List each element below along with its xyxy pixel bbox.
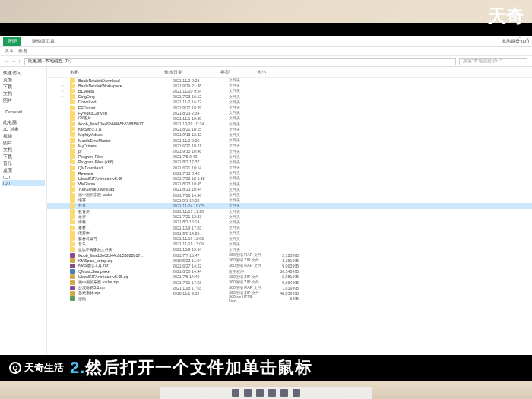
minimize-button[interactable]: — xyxy=(508,36,514,42)
toolbar-share[interactable]: 共享 xyxy=(5,49,14,54)
file-row[interactable]: ✓BLMedia2021/11/10 9:54文件夹 xyxy=(47,88,532,93)
file-row[interactable]: 搜狗360 se HTML Doc...6 KB xyxy=(47,296,532,302)
file-row[interactable]: pr2021/9/15 10:46文件夹 xyxy=(47,148,532,154)
file-row[interactable]: 画中画的东西 folder.zip2021/7/21 17:03360压缩 ZI… xyxy=(47,280,532,285)
file-row[interactable]: Gif图片2021/11/1 10:30文件夹 xyxy=(47,116,532,121)
file-row[interactable]: KMS激活工具.rar2021/6/27 14:22360压缩 RAR 文件9,… xyxy=(47,263,532,268)
file-name: pr xyxy=(78,149,169,154)
ribbon-tab-tools[interactable]: 驱动器工具 xyxy=(27,37,59,46)
file-row[interactable]: MobileEmuMaster2021/11/2 9:20文件夹 xyxy=(47,138,532,143)
taskbar-icon[interactable] xyxy=(232,389,239,397)
file-date: 2021/11/24 10:05 xyxy=(173,204,226,208)
file-row[interactable]: 录屏2021/7/21 12:33文件夹 xyxy=(47,214,532,220)
file-row[interactable]: QMDownload2021/6/21 10:14文件夹 xyxy=(47,165,532,170)
search-input[interactable]: 搜索"本地磁盘 (D:)" xyxy=(459,58,527,65)
sidebar-item[interactable]: 下载 xyxy=(2,154,45,160)
file-row[interactable]: 画中画的东西 folder2021/7/26 14:40文件夹 xyxy=(47,192,532,198)
file-name: 画中画的东西 folder xyxy=(78,192,169,198)
file-date: 2021/11/2 9:26 xyxy=(173,78,226,83)
file-type: 360压缩 RAR 文件 xyxy=(229,285,262,290)
file-row[interactable]: 缓存2021/9/1 14:20文件夹 xyxy=(47,198,532,203)
folder-icon xyxy=(70,209,75,214)
taskbar-icon[interactable] xyxy=(268,389,276,397)
sidebar-item[interactable]: 视频 xyxy=(2,133,45,140)
sidebar-item[interactable]: (C:) xyxy=(2,174,45,180)
file-row[interactable]: KMS激活工具2021/8/21 18:15文件夹 xyxy=(47,127,532,132)
file-row[interactable]: 教育类2021/11/17 11:20文件夹 xyxy=(47,209,532,214)
col-date[interactable]: 修改日期 xyxy=(164,70,217,75)
maximize-button[interactable]: □ xyxy=(518,36,521,42)
file-row[interactable]: 共享2021/11/24 10:05文件夹 xyxy=(47,203,532,208)
sidebar-item[interactable]: 文档 xyxy=(2,147,45,154)
sidebar-item[interactable]: 桌面 xyxy=(2,77,45,84)
file-row[interactable]: ✓DingDing2021/7/23 16:12文件夹 xyxy=(47,94,532,100)
col-size[interactable]: 大小 xyxy=(257,70,290,75)
taskbar-icon[interactable] xyxy=(244,389,252,397)
file-row[interactable]: 素材2021/10/9 17:03文件夹 xyxy=(47,225,532,230)
ribbon-tab-manage[interactable]: 管理 xyxy=(3,37,21,46)
file-row[interactable]: ikoob_final10e62d44b5b53688b17...2021/7/… xyxy=(47,252,532,258)
file-name: ikoob_final10e62d44b5b53688b17... xyxy=(78,253,169,258)
folder-icon xyxy=(70,220,75,224)
file-row[interactable]: Release2021/7/13 8:43文件夹 xyxy=(47,170,532,176)
taskbar-icon[interactable] xyxy=(280,389,288,397)
file-row[interactable]: BaiduNetdiskDownload2021/11/2 9:26文件夹 xyxy=(47,78,532,83)
sidebar-item[interactable]: 图片 xyxy=(2,140,45,147)
file-row[interactable]: QMusicSetup.exe2021/8/30 14:44应用程序60,148… xyxy=(47,269,532,274)
sidebar-item[interactable]: - Personal xyxy=(2,109,45,115)
row-checkbox[interactable]: ✓ xyxy=(61,84,67,88)
logo-icon: Q xyxy=(9,362,21,374)
col-type[interactable]: 类型 xyxy=(220,70,254,75)
file-row[interactable]: YunGameDownload2021/8/23 10:44文件夹 xyxy=(47,187,532,192)
file-row[interactable]: Program Files (x86)2021/8/7 17:37文件夹 xyxy=(47,160,532,165)
sidebar-item[interactable]: 音乐 xyxy=(2,160,45,167)
sidebar-item[interactable]: 下载 xyxy=(2,84,45,90)
file-row[interactable]: WeGame2021/8/23 10:45文件夹 xyxy=(47,182,532,187)
file-row[interactable]: 这边不肯删的文件夹2021/10/9 15:34文件夹 xyxy=(47,247,532,252)
file-type: 360压缩 RAR 文件 xyxy=(229,252,262,258)
file-row[interactable]: Download2021/11/2 14:22文件夹 xyxy=(47,100,532,105)
file-row[interactable]: 恐龙素材.zip2010/11/1 9:32360压缩 ZIP 文件48,050… xyxy=(47,290,532,296)
file-row[interactable]: 混剪体2021/9/8 14:20文件夹 xyxy=(47,230,532,236)
toolbar-view[interactable]: 查看 xyxy=(18,49,27,54)
file-row[interactable]: UleadGIFAnimator-v5.052021/7/26 18 9:35文… xyxy=(47,176,532,181)
file-row[interactable]: KMSpico_setup.zip2019/5/22 11:04360压缩 ZI… xyxy=(47,258,532,263)
row-checkbox[interactable]: ✓ xyxy=(61,89,67,93)
taskbar-icon[interactable] xyxy=(256,389,264,397)
file-date: 2021/7/26 14:40 xyxy=(173,193,226,198)
file-date: 2021/9/29 21:38 xyxy=(173,84,226,88)
file-type: 文件夹 xyxy=(229,242,262,247)
col-name[interactable]: 名称 xyxy=(70,70,161,75)
sidebar-item[interactable]: (D:) xyxy=(2,180,45,186)
sidebar-item[interactable]: 3D 对象 xyxy=(2,126,45,133)
breadcrumb[interactable]: 此电脑 › 本地磁盘 (D:) xyxy=(24,58,457,65)
file-row[interactable]: MightyVideos2021/9/13 12:32文件夹 xyxy=(47,132,532,138)
sidebar-item[interactable]: 图片 xyxy=(2,97,45,104)
sidebar-item[interactable]: 桌面 xyxy=(2,167,45,174)
nav-back-icon[interactable]: ← xyxy=(5,59,10,64)
close-button[interactable]: × xyxy=(526,36,529,42)
file-row[interactable]: 新材料编号2021/11/19 13:06文件夹 xyxy=(47,236,532,241)
file-row[interactable]: MyDrivers2021/6/22 18:21文件夹 xyxy=(47,143,532,148)
file-date: 2021/9/1 14:20 xyxy=(173,198,226,203)
sidebar-item[interactable]: 此电脑 xyxy=(2,119,45,126)
file-row[interactable]: Program Files2021/7/5 0:40文件夹 xyxy=(47,154,532,160)
file-row[interactable]: 爆料2021/8/7 16:19文件夹 xyxy=(47,220,532,225)
file-row[interactable]: UleadGIFAnimator-v5.05.zip2021/7/5 14:40… xyxy=(47,274,532,280)
folder-icon xyxy=(70,84,75,88)
file-row[interactable]: 沙漠骆驼3.1.rar2021/10/8 17:03360压缩 RAR 文件1,… xyxy=(47,285,532,290)
nav-up-icon[interactable]: ↑ xyxy=(18,59,21,64)
file-row[interactable]: FyVideoConvert2021/8/23 2:34文件夹 xyxy=(47,110,532,116)
file-row[interactable]: ✓BaiduNetdiskWorkspace2021/9/29 21:38文件夹 xyxy=(47,83,532,88)
folder-icon xyxy=(70,226,75,230)
nav-forward-icon[interactable]: → xyxy=(11,59,17,64)
taskbar-icon[interactable] xyxy=(293,389,300,397)
file-date: 2021/8/21 18:15 xyxy=(173,127,226,131)
file-row[interactable]: 音乐2021/11/19 13:06文件夹 xyxy=(47,242,532,247)
file-row[interactable]: ikoob_final10ea62d4465b5368f8b17...2021/… xyxy=(47,122,532,127)
row-checkbox[interactable]: ✓ xyxy=(61,94,67,99)
sidebar-item[interactable]: 快速访问 xyxy=(2,70,45,77)
file-row[interactable]: FFOutput2021/9/27 18:29文件夹 xyxy=(47,105,532,110)
file-name: 混剪体 xyxy=(78,230,169,236)
sidebar-item[interactable]: 文档 xyxy=(2,90,45,97)
